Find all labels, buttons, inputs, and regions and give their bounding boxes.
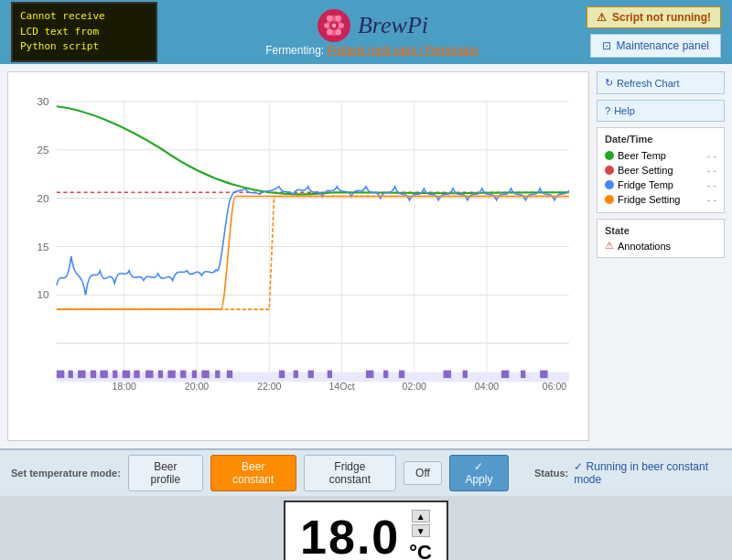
script-not-running-button[interactable]: ⚠ Script not running! bbox=[587, 6, 721, 28]
annotations-item: ⚠ Annotations bbox=[605, 240, 716, 252]
svg-rect-42 bbox=[113, 371, 117, 378]
svg-rect-10 bbox=[8, 72, 588, 440]
temperature-arrows: ▲ ▼ bbox=[412, 510, 430, 537]
warning-icon: ⚠ bbox=[597, 11, 607, 24]
temperature-down-button[interactable]: ▼ bbox=[412, 524, 430, 537]
off-button[interactable]: Off bbox=[404, 461, 442, 485]
fermenting-prefix: Fermenting: bbox=[265, 44, 327, 57]
fridge-setting-label: Fridge Setting bbox=[618, 194, 707, 205]
chart-container: 30 25 20 15 10 18:00 20:00 22:00 14Oct 0… bbox=[7, 71, 589, 441]
svg-point-6 bbox=[327, 29, 332, 35]
beer-profile-button[interactable]: Beer profile bbox=[128, 455, 203, 491]
svg-rect-57 bbox=[366, 371, 373, 378]
logo-area: BrewPi Fermenting: Prófanir með vatni í … bbox=[167, 7, 577, 57]
svg-point-9 bbox=[332, 24, 337, 28]
svg-rect-37 bbox=[57, 371, 64, 378]
svg-point-4 bbox=[324, 23, 329, 28]
legend-fridge-temp: Fridge Temp - - bbox=[605, 178, 716, 192]
temperature-up-button[interactable]: ▲ bbox=[412, 510, 430, 522]
svg-text:18:00: 18:00 bbox=[113, 381, 137, 392]
svg-rect-49 bbox=[192, 371, 197, 378]
legend-beer-temp: Beer Temp - - bbox=[605, 148, 716, 163]
temperature-box: 18.0 ▲ ▼ °C bbox=[284, 501, 448, 560]
fridge-setting-dash: - - bbox=[707, 194, 716, 205]
svg-rect-46 bbox=[158, 371, 163, 378]
help-button[interactable]: ? Help bbox=[597, 100, 725, 122]
fridge-temp-dot bbox=[605, 180, 614, 189]
svg-rect-41 bbox=[100, 371, 107, 378]
maintenance-panel-button[interactable]: ⊡ Maintenance panel bbox=[590, 34, 721, 58]
svg-rect-44 bbox=[134, 371, 139, 378]
beer-temp-dot bbox=[605, 151, 614, 160]
svg-rect-62 bbox=[501, 371, 509, 378]
datetime-title: Date/Time bbox=[605, 134, 716, 145]
state-section: State ⚠ Annotations bbox=[597, 219, 725, 258]
temp-mode-label: Set temperature mode: bbox=[11, 468, 121, 479]
svg-text:06:00: 06:00 bbox=[543, 381, 567, 392]
logo-top: BrewPi bbox=[316, 7, 428, 44]
refresh-chart-button[interactable]: ↻ Refresh Chart bbox=[597, 71, 725, 94]
svg-text:10: 10 bbox=[37, 288, 48, 300]
fermenting-line: Fermenting: Prófanir með vatni í Fermina… bbox=[265, 44, 479, 57]
svg-rect-60 bbox=[444, 371, 451, 378]
main-area: 30 25 20 15 10 18:00 20:00 22:00 14Oct 0… bbox=[0, 64, 732, 448]
fermenting-link[interactable]: Prófanir með vatni í Ferminator bbox=[327, 44, 478, 57]
svg-rect-38 bbox=[69, 371, 73, 378]
fridge-setting-dot bbox=[605, 195, 614, 204]
temperature-unit: °C bbox=[409, 541, 432, 560]
lcd-line3: Python script bbox=[20, 39, 148, 55]
svg-rect-43 bbox=[123, 371, 130, 378]
svg-text:20: 20 bbox=[37, 192, 48, 204]
monitor-icon: ⊡ bbox=[602, 39, 611, 52]
svg-text:02:00: 02:00 bbox=[403, 381, 427, 392]
raspberry-pi-icon bbox=[316, 7, 352, 44]
svg-rect-59 bbox=[399, 371, 404, 378]
svg-text:04:00: 04:00 bbox=[475, 381, 500, 392]
svg-point-5 bbox=[339, 23, 344, 28]
beer-setting-label: Beer Setting bbox=[618, 165, 707, 176]
svg-text:14Oct: 14Oct bbox=[328, 381, 354, 392]
header-right: ⚠ Script not running! ⊡ Maintenance pane… bbox=[587, 6, 721, 58]
svg-rect-64 bbox=[540, 371, 547, 378]
svg-text:30: 30 bbox=[37, 95, 48, 107]
svg-rect-54 bbox=[294, 371, 298, 378]
legend-panel: ↻ Refresh Chart ? Help Date/Time Beer Te… bbox=[597, 71, 725, 441]
chart-svg: 30 25 20 15 10 18:00 20:00 22:00 14Oct 0… bbox=[8, 72, 588, 440]
state-title: State bbox=[605, 225, 716, 236]
legend-beer-setting: Beer Setting - - bbox=[605, 163, 716, 178]
svg-rect-52 bbox=[227, 371, 232, 378]
svg-rect-47 bbox=[167, 371, 175, 378]
svg-text:20:00: 20:00 bbox=[185, 381, 210, 392]
status-value: ✓ Running in beer constant mode bbox=[574, 460, 721, 486]
refresh-label: Refresh Chart bbox=[617, 78, 679, 89]
bottom-panel: Set temperature mode: Beer profile Beer … bbox=[0, 448, 732, 496]
status-section: Status: ✓ Running in beer constant mode bbox=[534, 460, 721, 486]
svg-rect-58 bbox=[383, 371, 388, 378]
temperature-display-area: 18.0 ▲ ▼ °C bbox=[0, 496, 732, 560]
beer-constant-button[interactable]: Beer constant bbox=[210, 455, 296, 491]
legend-fridge-setting: Fridge Setting - - bbox=[605, 192, 716, 207]
annotations-label: Annotations bbox=[618, 241, 671, 252]
lcd-line1: Cannot receive bbox=[20, 9, 148, 25]
header: Cannot receive LCD text from Python scri… bbox=[0, 0, 732, 64]
svg-rect-61 bbox=[463, 371, 468, 378]
svg-rect-50 bbox=[201, 371, 209, 378]
svg-rect-51 bbox=[215, 371, 220, 378]
fridge-constant-button[interactable]: Fridge constant bbox=[304, 455, 397, 491]
svg-rect-55 bbox=[308, 371, 314, 378]
annotation-icon: ⚠ bbox=[605, 240, 614, 252]
svg-rect-39 bbox=[78, 371, 85, 378]
svg-text:15: 15 bbox=[37, 241, 48, 253]
temperature-value: 18.0 bbox=[300, 510, 400, 560]
temperature-unit-area: ▲ ▼ °C bbox=[409, 510, 432, 560]
apply-button[interactable]: ✓ Apply bbox=[449, 455, 509, 491]
brewpi-logo-text: BrewPi bbox=[358, 12, 428, 39]
svg-rect-40 bbox=[91, 371, 96, 378]
svg-point-2 bbox=[327, 16, 332, 21]
svg-point-7 bbox=[336, 29, 341, 35]
svg-rect-45 bbox=[145, 371, 153, 378]
svg-text:22:00: 22:00 bbox=[257, 381, 282, 392]
help-label: Help bbox=[614, 105, 635, 116]
beer-temp-dash: - - bbox=[707, 150, 716, 161]
svg-point-3 bbox=[336, 16, 341, 21]
